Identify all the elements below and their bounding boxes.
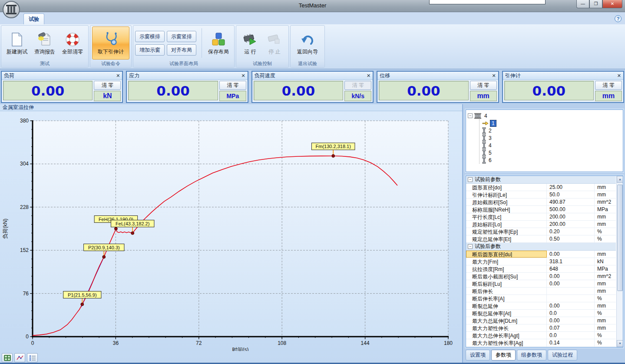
param-value: 200.00 [547, 221, 595, 228]
tree-item[interactable]: 2 [482, 127, 621, 134]
remove-extensometer-button[interactable]: 取下引伸计 [92, 26, 129, 60]
app-menu-button[interactable] [3, 1, 20, 18]
clear-zero-button[interactable]: 清 零 [94, 81, 121, 90]
param-section-header[interactable]: −试验后参数 [466, 243, 616, 251]
add-window-button[interactable]: 增加示窗 [135, 44, 165, 56]
param-row[interactable]: 原始标距[Lo]200.00mm [466, 221, 616, 228]
curve-view-button[interactable] [14, 353, 25, 362]
align-layout-button[interactable]: 对齐布局 [167, 44, 196, 56]
param-row[interactable]: 引伸计标距[Le]50.0mm [466, 191, 616, 199]
query-report-button[interactable]: 查询报告 [31, 26, 59, 60]
param-row[interactable]: 断后标距[Lu]0.00mm [466, 280, 616, 288]
param-section-header[interactable]: −试验前参数 [466, 176, 616, 184]
param-name: 原始截面积[So] [466, 199, 547, 205]
grid-view-button[interactable] [2, 353, 13, 362]
scroll-up-icon[interactable]: ▲ [617, 176, 623, 183]
param-row[interactable]: 断裂总延伸0.00mm [466, 302, 616, 310]
clear-zero-button[interactable]: 清 零 [595, 81, 622, 90]
param-name: 上屈服[FeH] [466, 347, 547, 347]
save-layout-button[interactable]: 保存布局 [205, 26, 232, 60]
annotation-label: FeL(43.3,182.2) [116, 221, 149, 226]
measure-panel-header: 负荷✕ [2, 72, 122, 80]
tab-settings[interactable]: 设置项 [466, 350, 490, 361]
param-value: 0.00 [547, 273, 595, 280]
report-icon [37, 31, 52, 48]
tree-item[interactable]: 1 [482, 119, 621, 127]
windows-horizontal-button[interactable]: 示窗横排 [135, 31, 165, 42]
param-row[interactable]: 断后伸长mm [466, 288, 616, 295]
tree-item-label: 1 [490, 120, 496, 127]
measure-panel: 应力✕0.00清 零MPa [126, 71, 248, 103]
tab-test-process[interactable]: 试验过程 [548, 350, 577, 361]
param-value: 500.00 [547, 206, 595, 213]
close-button[interactable]: ✕ [602, 0, 622, 8]
collapse-icon[interactable]: − [468, 244, 473, 249]
grid-icon [4, 355, 11, 361]
measure-panel-body: 0.00清 零kN/s [252, 80, 373, 101]
button-label: 返回向导 [297, 48, 318, 56]
title-search-box[interactable] [429, 0, 546, 4]
param-name: 断裂总延伸 [466, 302, 547, 309]
clear-zero-button[interactable]: 清 零 [470, 81, 497, 90]
clear-zero-button[interactable]: 清 零 [219, 81, 246, 90]
measure-panel-title: 应力 [129, 72, 241, 79]
param-row[interactable]: 平行长度[Lc]200.00mm [466, 213, 616, 221]
return-arrow-icon [300, 31, 315, 48]
param-row[interactable]: 上屈服[FeH]189.97kN [466, 347, 616, 347]
clear-all-button[interactable]: 全部清零 [59, 26, 86, 60]
param-value: 318.1 [547, 258, 595, 265]
list-view-button[interactable] [27, 353, 38, 362]
param-row[interactable]: 断裂总延伸率[At]0.0% [466, 310, 616, 317]
param-row[interactable]: 标称屈服[NReH]500.00MPa [466, 206, 616, 213]
specimen-icon [482, 142, 486, 149]
param-row[interactable]: 圆形直径[do]25.00mm [466, 184, 616, 191]
help-icon[interactable]: ? [615, 15, 622, 22]
param-value: 0.00 [547, 280, 595, 287]
scrollbar-thumb[interactable] [617, 185, 623, 291]
close-icon[interactable]: ✕ [116, 73, 120, 79]
param-name: 最大力塑性伸长率[Ag] [466, 339, 547, 346]
param-row[interactable]: 断后最小截面积[Su]0.00mm^2 [466, 273, 616, 280]
tree-collapse-icon[interactable]: − [468, 113, 473, 118]
param-scrollbar[interactable]: ▲ ▼ [616, 176, 623, 347]
param-row[interactable]: 规定总延伸率[Et]0.50% [466, 235, 616, 243]
param-name: 最大力塑性伸长 [466, 324, 547, 331]
tree-item[interactable]: 6 [482, 156, 621, 164]
tree-item[interactable]: 3 [482, 134, 621, 142]
param-row[interactable]: 最大力[Fm]318.1kN [466, 258, 616, 265]
tree-item[interactable]: 4 [482, 142, 621, 149]
restore-button[interactable]: ❐ [589, 0, 602, 8]
close-icon[interactable]: ✕ [492, 73, 496, 79]
scroll-down-icon[interactable]: ▼ [617, 340, 623, 347]
return-wizard-button[interactable]: 返回向导 [292, 26, 323, 60]
collapse-icon[interactable]: − [468, 177, 473, 182]
minimize-button[interactable]: — [576, 0, 589, 8]
specimen-icon [482, 157, 486, 164]
close-icon[interactable]: ✕ [241, 73, 245, 79]
param-row[interactable]: 最大力塑性伸长0.07mm [466, 324, 616, 332]
param-row[interactable]: 原始截面积[So]490.87mm^2 [466, 199, 616, 206]
windows-vertical-button[interactable]: 示窗竖排 [167, 31, 196, 42]
param-row[interactable]: 断后伸长率[A]% [466, 295, 616, 302]
new-test-button[interactable]: 新建测试 [3, 26, 31, 60]
param-row[interactable]: 最大力塑性伸长率[Ag]0.14% [466, 339, 616, 347]
close-icon[interactable]: ✕ [617, 73, 621, 79]
param-row[interactable]: 抗拉强度[Rm]648MPa [466, 265, 616, 273]
tree-item[interactable]: 5 [482, 149, 621, 156]
tab-parameters[interactable]: 参数项 [491, 350, 516, 361]
right-panel: −4123456 −试验前参数圆形直径[do]25.00mm引伸计标距[Le]5… [464, 104, 625, 364]
lifebuoy-icon [65, 31, 80, 48]
measure-panel-title: 位移 [380, 72, 492, 79]
param-row[interactable]: 规定塑性延伸率[Ep]0.20% [466, 228, 616, 235]
param-row[interactable]: 最大力总延伸[DLm]0.00mm [466, 317, 616, 324]
param-row[interactable]: 最大力总伸长率[Agt]0.0% [466, 332, 616, 339]
tree-root-item[interactable]: −4 [468, 112, 621, 119]
param-value: 0.00 [547, 317, 595, 324]
param-row[interactable]: 断后圆形直径[du]0.00mm [466, 251, 616, 258]
tab-group-parameters[interactable]: 组参数项 [517, 350, 546, 361]
list-icon [29, 355, 36, 361]
param-unit: mm [595, 324, 616, 331]
tab-test[interactable]: 试验 [23, 13, 44, 24]
close-icon[interactable]: ✕ [367, 73, 370, 79]
run-button[interactable]: 运 行 [238, 26, 262, 60]
